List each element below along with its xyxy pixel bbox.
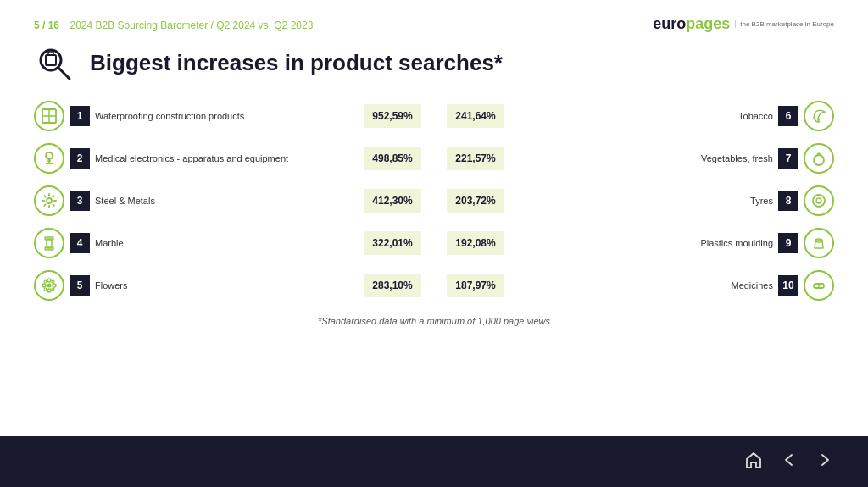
percentage-badge: 203,72% — [447, 189, 504, 213]
percentage-badge: 192,08% — [447, 231, 504, 255]
svg-point-21 — [53, 284, 56, 287]
list-item: 5 Flowers 283,10% — [34, 267, 421, 304]
rank-number: 7 — [778, 148, 798, 169]
percentage-badge: 498,85% — [364, 147, 421, 170]
item-label: Flowers — [95, 279, 359, 291]
rank-number: 1 — [70, 106, 90, 126]
percentage-badge: 322,01% — [364, 231, 421, 255]
data-columns: 1 Waterproofing construction products 95… — [34, 97, 834, 304]
page-title: Biggest increases in product searches* — [90, 50, 503, 76]
svg-point-18 — [47, 279, 51, 282]
next-button[interactable] — [815, 451, 834, 473]
percentage-badge: 283,10% — [364, 274, 421, 297]
item-label: Plastics moulding — [509, 237, 773, 249]
svg-point-24 — [44, 288, 47, 291]
top-bar: 5 / 16 2024 B2B Sourcing Barometer / Q2 … — [34, 15, 834, 33]
prev-button[interactable] — [780, 451, 798, 473]
item-icon — [804, 270, 834, 301]
right-column: 241,64% Tobacco 6 221,57% Vegetables, fr… — [447, 97, 834, 304]
svg-point-22 — [44, 280, 47, 283]
percentage-badge: 187,97% — [447, 274, 504, 297]
item-label: Tobacco — [509, 110, 773, 122]
svg-point-23 — [52, 280, 54, 283]
list-item: 221,57% Vegetables, fresh 7 — [447, 140, 834, 177]
rank-number: 8 — [778, 191, 798, 211]
rank-number: 4 — [70, 233, 90, 253]
list-item: 3 Steel & Metals 412,30% — [34, 182, 421, 219]
percentage-badge: 952,59% — [364, 104, 421, 128]
item-label: Waterproofing construction products — [95, 110, 359, 122]
item-icon — [34, 185, 64, 216]
list-item: 4 Marble 322,01% — [34, 224, 421, 262]
percentage-badge: 241,64% — [447, 104, 504, 128]
rank-number: 2 — [70, 148, 90, 169]
list-item: 203,72% Tyres 8 — [447, 182, 834, 219]
item-icon — [34, 101, 64, 131]
list-item: 192,08% Plastics moulding 9 — [447, 224, 834, 262]
svg-point-20 — [42, 284, 46, 287]
rank-number: 3 — [70, 191, 90, 211]
svg-point-27 — [814, 155, 824, 165]
svg-line-1 — [58, 68, 70, 79]
item-icon — [34, 270, 64, 301]
item-label: Steel & Metals — [95, 195, 359, 207]
title-area: Biggest increases in product searches* — [34, 42, 834, 84]
item-label: Medicines — [509, 279, 773, 291]
slide-info: 5 / 16 2024 B2B Sourcing Barometer / Q2 … — [34, 17, 313, 32]
item-label: Tyres — [509, 195, 773, 207]
svg-point-19 — [47, 289, 51, 292]
list-item: 241,64% Tobacco 6 — [447, 97, 834, 135]
bottom-bar — [0, 436, 868, 487]
percentage-badge: 412,30% — [364, 189, 421, 213]
item-label: Medical electronics - apparatus and equi… — [95, 152, 359, 164]
logo-euro: europages — [653, 15, 730, 33]
svg-point-25 — [52, 288, 54, 291]
svg-rect-2 — [46, 55, 56, 65]
rank-number: 5 — [70, 275, 90, 296]
rank-number: 9 — [778, 233, 798, 253]
left-column: 1 Waterproofing construction products 95… — [34, 97, 421, 304]
svg-point-29 — [813, 195, 825, 207]
home-button[interactable] — [744, 451, 763, 473]
rank-number: 6 — [778, 106, 798, 126]
search-icon — [34, 42, 76, 84]
list-item: 187,97% Medicines 10 — [447, 267, 834, 304]
logo-tagline: the B2B marketplace in Europe — [735, 20, 834, 29]
svg-point-30 — [816, 198, 821, 203]
item-icon — [804, 185, 834, 216]
item-icon — [34, 228, 64, 258]
svg-point-13 — [47, 198, 52, 203]
svg-point-17 — [47, 284, 52, 288]
item-icon — [804, 228, 834, 258]
footnote: *Standardised data with a minimum of 1,0… — [34, 316, 834, 326]
rank-number: 10 — [778, 275, 798, 296]
svg-point-9 — [46, 152, 53, 159]
item-label: Vegetables, fresh — [509, 152, 773, 164]
list-item: 2 Medical electronics - apparatus and eq… — [34, 140, 421, 177]
item-icon — [804, 101, 834, 131]
list-item: 1 Waterproofing construction products 95… — [34, 97, 421, 135]
item-icon — [804, 143, 834, 174]
logo: europages the B2B marketplace in Europe — [653, 15, 834, 33]
item-label: Marble — [95, 237, 359, 249]
percentage-badge: 221,57% — [447, 147, 504, 170]
item-icon — [34, 143, 64, 174]
